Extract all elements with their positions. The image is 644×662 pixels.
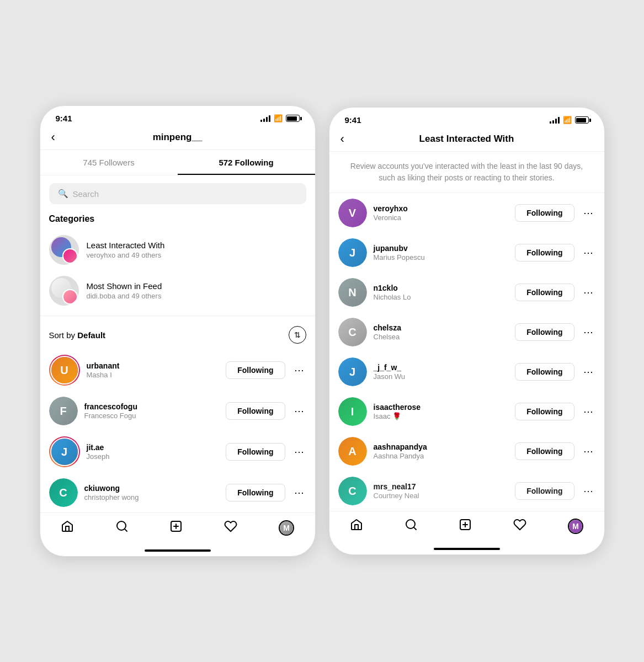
home-nav-left[interactable] (61, 520, 74, 536)
story-ring-jitae[interactable]: J (49, 436, 80, 467)
username-jfw: _j_f_w_ (374, 363, 509, 372)
following-button-aashnapandya[interactable]: Following (515, 442, 574, 460)
avatar-aashnapandya: A (338, 437, 367, 466)
username-isaactherose: isaactherose (374, 403, 509, 412)
avatar-mrsneal17: C (338, 477, 367, 505)
home-nav-right[interactable] (350, 518, 363, 535)
more-button-veroyhxo[interactable]: ⋯ (581, 207, 595, 219)
fullname-chelsza: Chelsea (374, 333, 509, 341)
right-phone: 9:41 📶 ‹ Least Interacted With Review ac… (329, 107, 605, 555)
fullname-n1cklo: Nicholas Lo (374, 293, 509, 301)
avatar-chelsza: C (338, 318, 367, 346)
svg-line-6 (413, 527, 416, 530)
search-nav-left[interactable] (115, 520, 129, 536)
user-item-n1cklo: N n1cklo Nicholas Lo Following ⋯ (329, 273, 604, 312)
search-nav-right[interactable] (405, 518, 418, 535)
bottom-nav-right: M (329, 511, 604, 546)
fullname-jitae: Joseph (87, 452, 220, 461)
following-button-jupanubv[interactable]: Following (515, 244, 574, 261)
story-ring-urbanant[interactable]: U (49, 355, 80, 386)
following-button-francescofogu[interactable]: Following (226, 402, 285, 420)
following-button-n1cklo[interactable]: Following (515, 284, 574, 301)
fullname-jfw: Jason Wu (374, 372, 509, 381)
avatar-circle-aashnapandya: A (338, 437, 367, 466)
user-info-urbanant: urbanant Masha I (87, 361, 220, 379)
username-chelsza: chelsza (374, 323, 509, 332)
following-button-jitae[interactable]: Following (226, 443, 285, 461)
search-bar[interactable]: 🔍 Search (49, 183, 306, 204)
following-button-jfw[interactable]: Following (515, 363, 574, 381)
category-item-least-interacted[interactable]: Least Interacted With veroyhxo and 49 ot… (40, 229, 315, 270)
add-nav-right[interactable] (459, 518, 472, 535)
nav-header-left: ‹ minpeng__ (40, 127, 315, 150)
more-button-ckiuwong[interactable]: ⋯ (292, 487, 306, 499)
search-placeholder: Search (73, 189, 99, 199)
user-info-francescofogu: francescofogu Francesco Fogu (84, 402, 220, 420)
category-item-most-shown[interactable]: Most Shown in Feed didi.boba and 49 othe… (40, 270, 315, 311)
following-button-ckiuwong[interactable]: Following (226, 484, 285, 501)
more-button-chelsza[interactable]: ⋯ (581, 326, 595, 338)
profile-nav-left[interactable]: M (279, 520, 294, 536)
following-button-chelsza[interactable]: Following (515, 323, 574, 341)
wifi-icon: 📶 (274, 114, 283, 122)
tab-followers[interactable]: 745 Followers (40, 150, 178, 175)
following-button-mrsneal17[interactable]: Following (515, 482, 574, 500)
user-item-urbanant: U urbanant Masha I Following ⋯ (40, 349, 315, 391)
tab-following[interactable]: 572 Following (178, 150, 315, 175)
more-button-urbanant[interactable]: ⋯ (292, 364, 306, 376)
sort-button[interactable]: ⇅ (289, 326, 306, 344)
home-indicator-right (434, 548, 500, 550)
add-nav-left[interactable] (169, 520, 183, 536)
user-info-n1cklo: n1cklo Nicholas Lo (374, 284, 509, 301)
user-item-chelsza: C chelsza Chelsea Following ⋯ (329, 312, 604, 352)
svg-line-1 (124, 529, 126, 531)
user-item-francescofogu: F francescofogu Francesco Fogu Following… (40, 391, 315, 431)
username-jitae: jit.ae (87, 443, 220, 452)
back-button-left[interactable]: ‹ (51, 130, 55, 145)
more-button-mrsneal17[interactable]: ⋯ (581, 485, 595, 497)
more-button-francescofogu[interactable]: ⋯ (292, 405, 306, 417)
more-button-jfw[interactable]: ⋯ (581, 366, 595, 378)
status-bar-right: 9:41 📶 (329, 108, 604, 129)
more-button-jupanubv[interactable]: ⋯ (581, 247, 595, 259)
left-phone: 9:41 📶 ‹ minpeng__ 745 Followers 572 Fol… (40, 105, 316, 557)
categories-label: Categories (40, 212, 315, 229)
username-francescofogu: francescofogu (84, 402, 220, 411)
avatar-jupanubv: J (338, 238, 367, 267)
back-button-right[interactable]: ‹ (340, 132, 344, 146)
user-item-veroyhxo: V veroyhxo Veronica Following ⋯ (329, 193, 604, 233)
username-veroyhxo: veroyhxo (374, 204, 509, 213)
username-mrsneal17: mrs_neal17 (374, 482, 509, 491)
user-list-right: V veroyhxo Veronica Following ⋯ J jupanu… (329, 193, 604, 511)
username-urbanant: urbanant (87, 361, 220, 370)
following-button-urbanant[interactable]: Following (226, 361, 285, 379)
user-info-jupanubv: jupanubv Marius Popescu (374, 244, 509, 261)
username-n1cklo: n1cklo (374, 284, 509, 292)
heart-nav-right[interactable] (513, 518, 526, 535)
right-phone-content: ‹ Least Interacted With Review accounts … (329, 129, 604, 554)
avatar-circle-chelsza: C (338, 318, 367, 346)
avatar-circle-n1cklo: N (338, 278, 367, 307)
more-button-jitae[interactable]: ⋯ (292, 446, 306, 458)
user-item-ckiuwong: C ckiuwong christopher wong Following ⋯ (40, 473, 315, 512)
fullname-jupanubv: Marius Popescu (374, 253, 509, 261)
following-button-veroyhxo[interactable]: Following (515, 204, 574, 222)
user-info-aashnapandya: aashnapandya Aashna Pandya (374, 442, 509, 460)
category-avatar-1 (49, 235, 79, 265)
avatar-circle-jupanubv: J (338, 238, 367, 267)
user-item-jitae: J jit.ae Joseph Following ⋯ (40, 431, 315, 473)
divider-1 (40, 316, 315, 316)
category-info-2: Most Shown in Feed didi.boba and 49 othe… (87, 281, 306, 300)
more-button-isaactherose[interactable]: ⋯ (581, 405, 595, 418)
profile-nav-right[interactable]: M (568, 519, 583, 534)
time-right: 9:41 (345, 115, 361, 125)
home-indicator-left (145, 549, 211, 552)
heart-nav-left[interactable] (224, 520, 237, 536)
following-button-isaactherose[interactable]: Following (515, 403, 574, 420)
category-name-2: Most Shown in Feed (87, 281, 306, 291)
more-button-aashnapandya[interactable]: ⋯ (581, 445, 595, 457)
avatar-isaactherose: I (338, 397, 367, 426)
user-info-isaactherose: isaactherose Isaac 🌹 (374, 403, 509, 420)
more-button-n1cklo[interactable]: ⋯ (581, 286, 595, 298)
avatar-circle-jfw: J (338, 357, 367, 386)
